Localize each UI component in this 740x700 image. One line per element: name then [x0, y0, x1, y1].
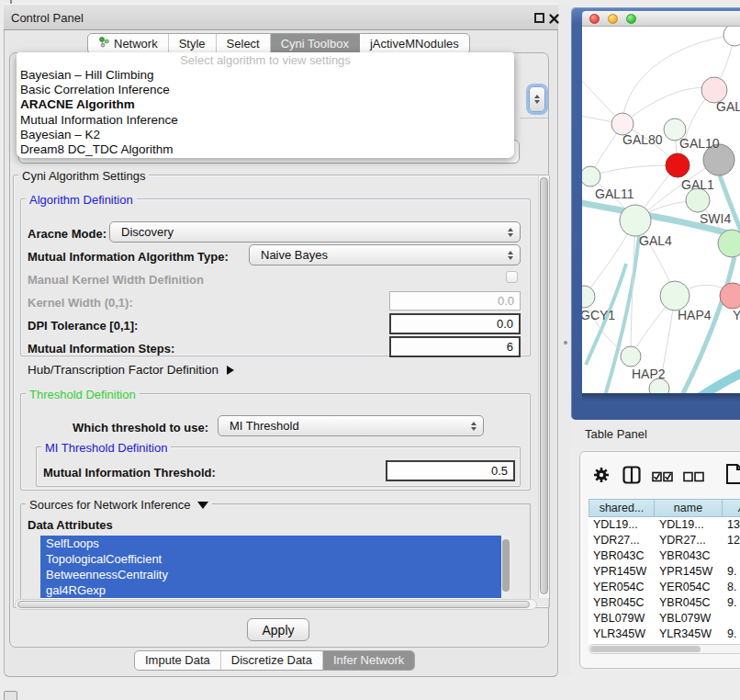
manual-kernel-label: Manual Kernel Width Definition	[28, 273, 204, 287]
node-gal4[interactable]	[620, 205, 651, 236]
dropdown-item-mutual-information[interactable]: Mutual Information Inference	[17, 113, 514, 128]
network-window-titlebar[interactable]	[582, 11, 740, 27]
dpi-tolerance-field[interactable]: 0.0	[389, 313, 521, 334]
attribute-topologicalcoefficient[interactable]: TopologicalCoefficient	[40, 551, 501, 567]
column-header-partial[interactable]: A	[723, 499, 740, 517]
tab-impute-data[interactable]: Impute Data	[135, 651, 221, 670]
control-panel-titlebar[interactable]: Control Panel	[4, 4, 558, 30]
teal-edges	[582, 175, 740, 393]
table-row[interactable]: YDL19... YDL19... 13	[589, 517, 740, 533]
dropdown-item-basic-correlation[interactable]: Basic Correlation Inference	[17, 83, 514, 97]
column-header-shared[interactable]: shared...	[589, 499, 655, 517]
aracne-mode-combo[interactable]: Discovery	[109, 221, 521, 243]
column-layout-icon[interactable]	[622, 466, 641, 488]
dropdown-item-bayesian-hill-climbing[interactable]: Bayesian – Hill Climbing	[17, 68, 514, 83]
table-horizontal-scrollbar-thumb[interactable]	[590, 646, 701, 652]
control-panel-tabbar: Network Style Select Cyni Toolbox jActiv…	[87, 33, 470, 54]
node-label-gal10: GAL10	[679, 136, 720, 151]
screen: Control Panel Network Style Select Cyni …	[0, 0, 740, 700]
mac-zoom-icon[interactable]	[626, 14, 636, 24]
settings-vertical-scrollbar[interactable]	[538, 175, 549, 598]
network-window-shadow	[582, 393, 740, 401]
hub-section-toggle[interactable]: Hub/Transcription Factor Definition	[28, 363, 234, 377]
node-label-gal1: GAL1	[681, 177, 714, 192]
table-header: shared... name A	[589, 499, 740, 517]
attribute-gal4rgexp[interactable]: gal4RGexp	[40, 582, 501, 598]
tab-select[interactable]: Select	[217, 34, 271, 53]
table-export-icon[interactable]	[725, 463, 740, 489]
node-gcy1[interactable]	[582, 286, 595, 308]
kernel-width-field[interactable]: 0.0	[389, 291, 521, 310]
table-panel-title: Table Panel	[585, 427, 647, 441]
table-panel: shared... name A YDL19... YDL19... 13 YD…	[579, 451, 740, 669]
tab-jactivemnodules[interactable]: jActiveMNodules	[360, 34, 469, 53]
settings-horizontal-scrollbar-thumb[interactable]	[17, 601, 530, 608]
aracne-mode-label: Aracne Mode:	[28, 227, 107, 241]
column-header-name[interactable]: name	[655, 499, 723, 517]
node-label-y-partial: Y	[733, 308, 740, 322]
table-row[interactable]: YLR345W YLR345W 9.	[589, 627, 740, 642]
dropdown-item-aracne[interactable]: ARACNE Algorithm	[17, 97, 514, 112]
tab-network[interactable]: Network	[88, 34, 169, 53]
hub-section-label: Hub/Transcription Factor Definition	[28, 363, 219, 377]
table-row[interactable]: YER054C YER054C 8.	[589, 580, 740, 595]
tab-cyni-toolbox[interactable]: Cyni Toolbox	[271, 34, 360, 53]
data-attributes-list: SelfLoops TopologicalCoefficient Between…	[40, 536, 501, 599]
dropdown-item-dream8[interactable]: Dream8 DC_TDC Algorithm	[17, 142, 514, 157]
table-row[interactable]: YPR145W YPR145W 9.	[589, 564, 740, 580]
node-label-gal11: GAL11	[595, 186, 634, 201]
node-label-swi4: SWI4	[700, 211, 731, 226]
hub-expand-arrow	[227, 366, 234, 375]
algorithm-combo-arrow-button[interactable]	[529, 86, 545, 112]
node-hap4[interactable]	[660, 281, 690, 310]
mi-threshold-label: Mutual Information Threshold:	[43, 466, 216, 480]
tab-discretize-data[interactable]: Discretize Data	[221, 651, 323, 670]
settings-vertical-scrollbar-thumb[interactable]	[540, 177, 548, 594]
mac-minimize-icon[interactable]	[608, 14, 618, 24]
data-attributes-label: Data Attributes	[28, 518, 113, 532]
mi-algorithm-type-combo[interactable]: Naive Bayes	[249, 244, 521, 265]
node-gal11[interactable]	[582, 166, 600, 186]
minimized-panel-fragment[interactable]	[4, 691, 17, 700]
gear-icon[interactable]	[593, 467, 610, 487]
node-unlabeled-top[interactable]	[723, 27, 740, 46]
node-label-gcy1: GCY1	[582, 308, 615, 322]
table-row[interactable]: YBR045C YBR045C 9.	[589, 595, 740, 611]
table-row[interactable]: YDR27... YDR27... 12	[589, 533, 740, 548]
attribute-selfloops[interactable]: SelfLoops	[40, 536, 501, 551]
node-label-gal-partial: GAL	[716, 99, 740, 114]
control-panel-title: Control Panel	[11, 11, 84, 25]
algorithm-definition-title: Algorithm Definition	[26, 193, 137, 207]
tab-style[interactable]: Style	[169, 34, 217, 53]
attributes-list-scrollbar[interactable]	[501, 536, 511, 599]
node-green-right[interactable]	[718, 230, 740, 257]
attributes-list-scrollbar-thumb[interactable]	[502, 539, 510, 592]
mi-steps-label: Mutual Information Steps:	[28, 342, 174, 356]
table-horizontal-scrollbar[interactable]	[589, 644, 740, 654]
tab-infer-network[interactable]: Infer Network	[323, 651, 414, 670]
threshold-definition-title: Threshold Definition	[26, 388, 140, 401]
manual-kernel-checkbox[interactable]	[506, 271, 518, 283]
mi-steps-field[interactable]: 6	[389, 336, 521, 357]
select-all-icon[interactable]	[652, 469, 674, 486]
mi-threshold-definition-title: MI Threshold Definition	[41, 441, 171, 455]
node-hap2[interactable]	[621, 346, 641, 367]
mac-close-icon[interactable]	[589, 14, 600, 24]
attribute-betweennesscentrality[interactable]: BetweennessCentrality	[40, 567, 501, 582]
which-threshold-combo[interactable]: MI Threshold	[218, 415, 484, 436]
table-row[interactable]: YBR043C YBR043C	[589, 548, 740, 564]
sources-toggle[interactable]: Sources for Network Inference	[26, 498, 212, 512]
mi-threshold-field[interactable]: 0.5	[386, 460, 515, 481]
apply-button[interactable]: Apply	[247, 618, 309, 641]
network-icon	[98, 36, 110, 51]
deselect-all-icon[interactable]	[683, 469, 705, 486]
dpi-tolerance-label: DPI Tolerance [0,1]:	[28, 319, 138, 333]
float-icon[interactable]	[534, 13, 544, 23]
dropdown-item-bayesian-k2[interactable]: Bayesian – K2	[17, 128, 514, 142]
node-red-selected[interactable]	[666, 153, 690, 177]
settings-horizontal-scrollbar[interactable]	[15, 599, 537, 610]
network-canvas[interactable]: GAL80 GAL10 GAL11 GAL1 SWI4 GAL4 GCY1 HA…	[582, 27, 740, 393]
split-pane-handle[interactable]	[564, 341, 567, 344]
table-row[interactable]: YBL079W YBL079W	[589, 611, 740, 627]
spinner-icon	[471, 422, 477, 431]
